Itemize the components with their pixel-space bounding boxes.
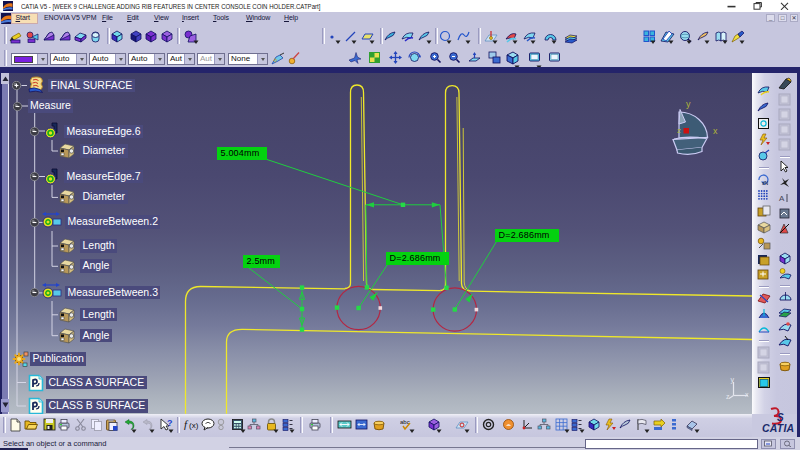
svg-text:xN: xN [762,180,769,186]
svg-text:z: z [677,126,681,135]
svg-text:(x): (x) [189,421,199,430]
svg-text:z: z [726,393,730,400]
svg-text:y: y [731,376,735,384]
svg-text:y: y [686,99,691,109]
svg-text:CATIA: CATIA [762,422,794,433]
svg-text:x: x [713,126,718,136]
svg-text:A: A [779,194,785,203]
svg-text:?: ? [167,418,173,428]
svg-text:x: x [745,391,749,398]
